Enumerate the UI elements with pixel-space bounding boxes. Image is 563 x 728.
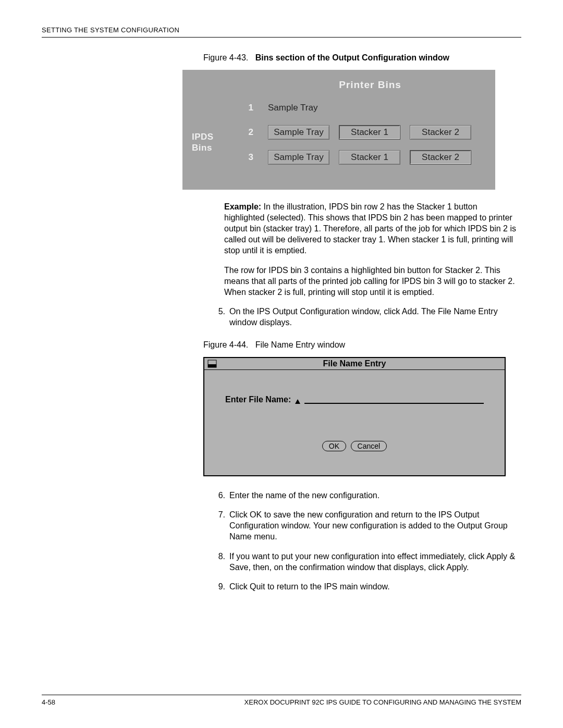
file-name-entry-window: File Name Entry Enter File Name: OK Canc… — [203, 357, 506, 476]
bins-row-3: 3 Sample Tray Stacker 1 Stacker 2 — [193, 150, 485, 165]
step-number: 5. — [214, 306, 225, 328]
step-number: 7. — [214, 509, 225, 542]
step-text: Click OK to save the new configuration a… — [229, 509, 516, 542]
fig43-title: Bins section of the Output Configuration… — [255, 53, 449, 62]
window-title: File Name Entry — [217, 359, 501, 368]
row-number: 1 — [232, 103, 253, 113]
row-number: 3 — [232, 152, 253, 163]
printer-bins-title: Printer Bins — [193, 79, 485, 91]
window-menu-icon[interactable] — [207, 360, 217, 368]
step-number: 8. — [214, 551, 225, 573]
example-para2: The row for IPDS bin 3 contains a highli… — [224, 265, 516, 298]
footer-doc-title: XEROX DOCUPRINT 92C IPS GUIDE TO CONFIGU… — [244, 698, 521, 706]
example-block: Example: In the illustration, IPDS bin r… — [224, 201, 516, 298]
file-name-row: Enter File Name: — [225, 395, 484, 404]
step-8: 8. If you want to put your new configura… — [214, 551, 516, 573]
ok-button[interactable]: OK — [322, 441, 346, 451]
bin-stacker2-button[interactable]: Stacker 2 — [410, 150, 471, 165]
fig44-title: File Name Entry window — [255, 340, 346, 349]
step-7: 7. Click OK to save the new configuratio… — [214, 509, 516, 542]
bin-stacker2-button[interactable]: Stacker 2 — [410, 125, 471, 140]
figure-44-caption: Figure 4-44. File Name Entry window — [203, 340, 521, 350]
cancel-button[interactable]: Cancel — [351, 441, 387, 451]
step-5: 5. On the IPS Output Configuration windo… — [214, 306, 516, 328]
example-label: Example: — [224, 202, 261, 211]
step-text: On the IPS Output Configuration window, … — [229, 306, 516, 328]
window-titlebar: File Name Entry — [204, 358, 505, 370]
step-number: 6. — [214, 490, 225, 501]
caret-icon — [295, 399, 300, 404]
svg-rect-1 — [208, 364, 216, 367]
step-9: 9. Click Quit to return to the IPS main … — [214, 581, 516, 592]
step-text: If you want to put your new configuratio… — [229, 551, 516, 573]
example-para1: In the illustration, IPDS bin row 2 has … — [224, 202, 516, 255]
fig44-prefix: Figure 4-44. — [203, 340, 248, 349]
printer-bins-panel: Printer Bins IPDS Bins 1 Sample Tray 2 S… — [182, 70, 495, 190]
step-number: 9. — [214, 581, 225, 592]
page-footer: 4-58 XEROX DOCUPRINT 92C IPS GUIDE TO CO… — [42, 695, 521, 706]
page-number: 4-58 — [42, 698, 55, 706]
bins-row-1: 1 Sample Tray — [193, 101, 485, 115]
enter-file-name-label: Enter File Name: — [225, 395, 291, 404]
bin-sample-tray: Sample Tray — [268, 101, 329, 115]
bin-sample-tray-button[interactable]: Sample Tray — [268, 150, 329, 165]
file-name-input[interactable] — [304, 403, 484, 404]
fig43-prefix: Figure 4-43. — [203, 53, 248, 62]
bin-stacker1-button[interactable]: Stacker 1 — [339, 150, 400, 165]
section-title: SETTING THE SYSTEM CONFIGURATION — [42, 26, 179, 34]
page-header: SETTING THE SYSTEM CONFIGURATION — [42, 26, 521, 38]
figure-43-caption: Figure 4-43. Bins section of the Output … — [203, 53, 521, 63]
bin-stacker1-button[interactable]: Stacker 1 — [339, 125, 400, 140]
row-number: 2 — [232, 127, 253, 138]
step-text: Enter the name of the new configuration. — [229, 490, 516, 501]
step-text: Click Quit to return to the IPS main win… — [229, 581, 516, 592]
bin-sample-tray-button[interactable]: Sample Tray — [268, 125, 329, 140]
step-6: 6. Enter the name of the new configurati… — [214, 490, 516, 501]
ipds-bins-label: IPDS Bins — [192, 131, 234, 154]
bins-row-2: 2 Sample Tray Stacker 1 Stacker 2 — [193, 125, 485, 140]
